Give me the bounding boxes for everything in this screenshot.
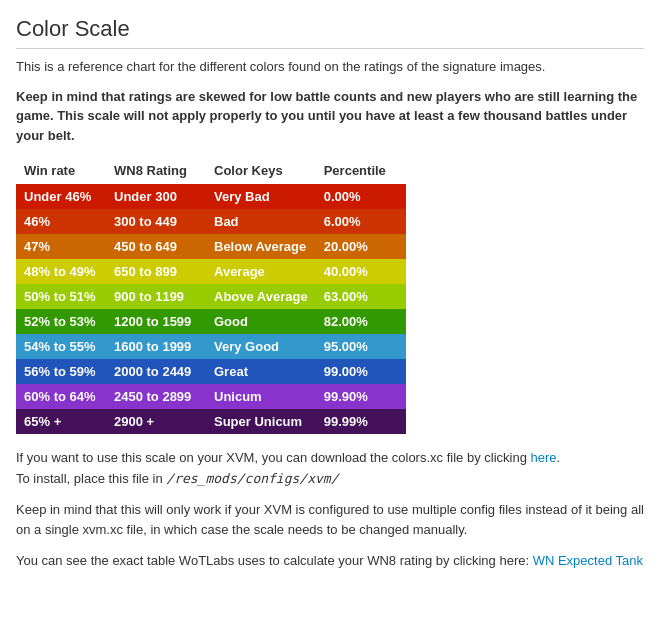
win-rate-cell: 46% (16, 209, 106, 234)
win-rate-value: 47% (16, 234, 106, 259)
percentile-value: 95.00% (316, 334, 406, 359)
win-rate-value: 48% to 49% (16, 259, 106, 284)
win-rate-value: Under 46% (16, 184, 106, 209)
percentile-cell: 99.99% (316, 409, 406, 434)
win-rate-cell: 50% to 51% (16, 284, 106, 309)
color-key-cell: Very Bad (206, 184, 316, 209)
table-row: 54% to 55%1600 to 1999Very Good95.00% (16, 334, 406, 359)
percentile-value: 63.00% (316, 284, 406, 309)
win-rate-cell: 54% to 55% (16, 334, 106, 359)
table-header: Percentile (316, 159, 406, 184)
percentile-value: 82.00% (316, 309, 406, 334)
table-row: 60% to 64%2450 to 2899Unicum99.90% (16, 384, 406, 409)
wn8-rating-cell: 2900 + (106, 409, 206, 434)
percentile-cell: 99.00% (316, 359, 406, 384)
win-rate-value: 50% to 51% (16, 284, 106, 309)
table-header: Win rate (16, 159, 106, 184)
wn-expected-link[interactable]: WN Expected Tank (533, 553, 643, 568)
win-rate-value: 60% to 64% (16, 384, 106, 409)
color-key-value: Average (206, 259, 316, 284)
color-key-cell: Super Unicum (206, 409, 316, 434)
percentile-value: 99.00% (316, 359, 406, 384)
percentile-cell: 63.00% (316, 284, 406, 309)
percentile-value: 20.00% (316, 234, 406, 259)
percentile-cell: 82.00% (316, 309, 406, 334)
win-rate-cell: Under 46% (16, 184, 106, 209)
wn8-rating-value: 2000 to 2449 (106, 359, 206, 384)
table-row: 56% to 59%2000 to 2449Great99.00% (16, 359, 406, 384)
color-key-cell: Unicum (206, 384, 316, 409)
percentile-value: 6.00% (316, 209, 406, 234)
wn8-rating-value: 900 to 1199 (106, 284, 206, 309)
footer4a-text: You can see the exact table WoTLabs uses… (16, 553, 533, 568)
colors-xc-link[interactable]: here (530, 450, 556, 465)
color-key-value: Good (206, 309, 316, 334)
color-key-value: Very Good (206, 334, 316, 359)
footer2-text: To install, place this file in /res_mods… (16, 471, 338, 486)
wn8-rating-cell: 1200 to 1599 (106, 309, 206, 334)
win-rate-cell: 47% (16, 234, 106, 259)
percentile-value: 0.00% (316, 184, 406, 209)
color-scale-table: Win rateWN8 RatingColor KeysPercentile U… (16, 159, 406, 434)
color-key-cell: Average (206, 259, 316, 284)
footer-xvm-text: If you want to use this scale on your XV… (16, 448, 644, 490)
percentile-value: 99.90% (316, 384, 406, 409)
color-key-cell: Bad (206, 209, 316, 234)
table-row: Under 46%Under 300Very Bad0.00% (16, 184, 406, 209)
footer-wn8-text: You can see the exact table WoTLabs uses… (16, 551, 644, 572)
percentile-value: 40.00% (316, 259, 406, 284)
percentile-cell: 0.00% (316, 184, 406, 209)
color-key-value: Unicum (206, 384, 316, 409)
wn8-rating-cell: 2450 to 2899 (106, 384, 206, 409)
table-row: 50% to 51%900 to 1199Above Average63.00% (16, 284, 406, 309)
wn8-rating-cell: 650 to 899 (106, 259, 206, 284)
color-key-value: Bad (206, 209, 316, 234)
table-row: 47%450 to 649Below Average20.00% (16, 234, 406, 259)
win-rate-cell: 52% to 53% (16, 309, 106, 334)
wn8-rating-value: 1600 to 1999 (106, 334, 206, 359)
wn8-rating-value: 2450 to 2899 (106, 384, 206, 409)
win-rate-value: 46% (16, 209, 106, 234)
percentile-cell: 20.00% (316, 234, 406, 259)
win-rate-cell: 48% to 49% (16, 259, 106, 284)
win-rate-value: 56% to 59% (16, 359, 106, 384)
percentile-cell: 95.00% (316, 334, 406, 359)
table-row: 52% to 53%1200 to 1599Good82.00% (16, 309, 406, 334)
color-key-cell: Great (206, 359, 316, 384)
wn8-rating-value: 300 to 449 (106, 209, 206, 234)
color-key-value: Very Bad (206, 184, 316, 209)
color-key-value: Above Average (206, 284, 316, 309)
warning-text: Keep in mind that ratings are skewed for… (16, 87, 644, 146)
table-row: 46%300 to 449Bad6.00% (16, 209, 406, 234)
intro-text: This is a reference chart for the differ… (16, 57, 644, 77)
wn8-rating-cell: 900 to 1199 (106, 284, 206, 309)
footer1b-text: . (557, 450, 561, 465)
win-rate-cell: 60% to 64% (16, 384, 106, 409)
wn8-rating-value: Under 300 (106, 184, 206, 209)
win-rate-cell: 65% + (16, 409, 106, 434)
wn8-rating-cell: 450 to 649 (106, 234, 206, 259)
percentile-cell: 6.00% (316, 209, 406, 234)
color-key-value: Great (206, 359, 316, 384)
wn8-rating-value: 1200 to 1599 (106, 309, 206, 334)
wn8-rating-value: 450 to 649 (106, 234, 206, 259)
wn8-rating-cell: 300 to 449 (106, 209, 206, 234)
color-key-cell: Below Average (206, 234, 316, 259)
win-rate-cell: 56% to 59% (16, 359, 106, 384)
color-key-value: Super Unicum (206, 409, 316, 434)
table-header: WN8 Rating (106, 159, 206, 184)
win-rate-value: 54% to 55% (16, 334, 106, 359)
wn8-rating-value: 2900 + (106, 409, 206, 434)
color-key-cell: Very Good (206, 334, 316, 359)
wn8-rating-cell: Under 300 (106, 184, 206, 209)
page-title: Color Scale (16, 16, 644, 49)
win-rate-value: 52% to 53% (16, 309, 106, 334)
color-key-cell: Above Average (206, 284, 316, 309)
table-row: 65% +2900 +Super Unicum99.99% (16, 409, 406, 434)
table-row: 48% to 49%650 to 899Average40.00% (16, 259, 406, 284)
wn8-rating-cell: 2000 to 2449 (106, 359, 206, 384)
wn8-rating-cell: 1600 to 1999 (106, 334, 206, 359)
color-key-value: Below Average (206, 234, 316, 259)
win-rate-value: 65% + (16, 409, 106, 434)
color-key-cell: Good (206, 309, 316, 334)
